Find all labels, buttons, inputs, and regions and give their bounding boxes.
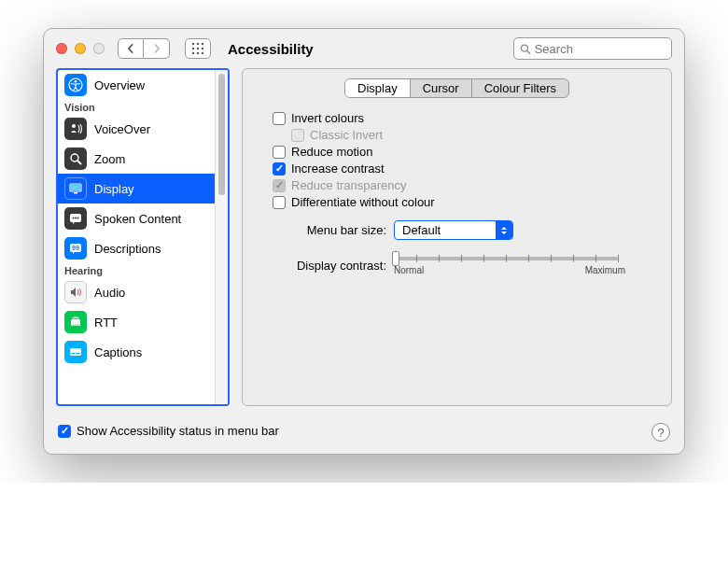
menu-bar-size-select[interactable]: Default [394, 220, 513, 240]
display-contrast-slider[interactable] [394, 257, 618, 260]
voiceover-icon [64, 118, 87, 140]
sidebar-item-rtt[interactable]: RTT [58, 307, 215, 337]
sidebar-item-label: Descriptions [94, 242, 161, 256]
show-status-checkbox[interactable] [58, 425, 71, 438]
svg-rect-29 [70, 348, 81, 356]
sidebar-item-spoken-content[interactable]: Spoken Content [58, 204, 215, 233]
svg-point-1 [197, 43, 199, 45]
contrast-min-label: Normal [394, 265, 424, 275]
minimize-icon[interactable] [75, 43, 86, 54]
differentiate-colour-checkbox[interactable] [273, 196, 286, 209]
svg-line-15 [77, 161, 81, 164]
spoken-content-icon [64, 207, 87, 230]
svg-point-2 [202, 43, 203, 45]
preferences-window: Accessibility Overview Vision Vo [43, 28, 685, 455]
sidebar-item-audio[interactable]: Audio [58, 277, 215, 307]
search-field[interactable] [513, 37, 672, 60]
invert-colours-checkbox[interactable] [273, 112, 286, 125]
svg-point-5 [202, 48, 203, 49]
svg-rect-17 [71, 185, 80, 190]
footer: Show Accessibility status in menu bar ? [44, 415, 684, 454]
svg-point-27 [75, 324, 76, 325]
svg-text:99: 99 [72, 245, 79, 251]
rtt-icon [64, 311, 87, 333]
sidebar-item-label: Audio [94, 286, 125, 300]
sidebar-scrollbar[interactable] [215, 70, 228, 404]
svg-point-20 [73, 218, 75, 219]
svg-point-13 [72, 124, 76, 128]
svg-point-8 [202, 52, 203, 54]
sidebar-item-descriptions[interactable]: 99 Descriptions [58, 233, 215, 263]
svg-point-12 [75, 80, 77, 83]
traffic-lights [56, 43, 105, 54]
chevron-updown-icon [496, 221, 512, 239]
sidebar-category-hearing: Hearing [58, 263, 215, 277]
reduce-motion-checkbox[interactable] [273, 146, 286, 159]
sidebar-item-overview[interactable]: Overview [58, 70, 215, 100]
svg-point-0 [192, 43, 194, 45]
captions-icon [64, 341, 87, 363]
classic-invert-label: Classic Invert [310, 128, 383, 142]
reduce-transparency-checkbox [273, 179, 286, 192]
differentiate-colour-label: Differentiate without colour [291, 195, 435, 209]
search-icon [520, 43, 531, 55]
svg-point-28 [77, 324, 78, 325]
maximize-icon [93, 43, 105, 54]
reduce-transparency-label: Reduce transparency [291, 178, 407, 192]
tab-cursor[interactable]: Cursor [411, 79, 472, 97]
svg-point-21 [75, 218, 77, 219]
settings-panel: Display Cursor Colour Filters Invert col… [242, 68, 672, 406]
sidebar-item-label: Spoken Content [94, 212, 181, 226]
audio-icon [64, 281, 87, 303]
sidebar: Overview Vision VoiceOver Zoom [56, 68, 230, 406]
contrast-max-label: Maximum [585, 265, 625, 275]
back-button[interactable] [118, 38, 144, 59]
invert-colours-label: Invert colours [291, 111, 364, 125]
tab-colour-filters[interactable]: Colour Filters [472, 79, 568, 97]
sidebar-item-label: VoiceOver [94, 122, 150, 136]
nav-buttons [118, 38, 170, 59]
svg-point-4 [197, 48, 199, 49]
svg-point-26 [73, 324, 74, 325]
svg-rect-30 [72, 353, 76, 354]
close-icon[interactable] [56, 43, 67, 54]
reduce-motion-label: Reduce motion [291, 145, 372, 159]
increase-contrast-label: Increase contrast [291, 162, 385, 176]
panel-tabs: Display Cursor Colour Filters [256, 78, 658, 98]
svg-point-3 [192, 48, 194, 49]
search-input[interactable] [535, 42, 665, 56]
sidebar-category-vision: Vision [58, 100, 215, 114]
display-icon [64, 177, 87, 200]
zoom-icon [64, 148, 87, 170]
accessibility-icon [64, 74, 87, 96]
sidebar-item-display[interactable]: Display [58, 174, 215, 204]
sidebar-item-label: Overview [94, 78, 145, 92]
menu-bar-size-value: Default [402, 223, 441, 237]
svg-point-22 [77, 218, 79, 219]
svg-point-6 [192, 52, 194, 54]
sidebar-item-label: Display [94, 182, 134, 196]
menu-bar-size-label: Menu bar size: [273, 223, 386, 237]
sidebar-item-label: RTT [94, 316, 118, 330]
sidebar-item-voiceover[interactable]: VoiceOver [58, 114, 215, 144]
display-contrast-label: Display contrast: [273, 259, 386, 273]
sidebar-item-captions[interactable]: Captions [58, 337, 215, 367]
show-all-button[interactable] [185, 38, 211, 59]
sidebar-item-zoom[interactable]: Zoom [58, 144, 215, 174]
sidebar-item-label: Zoom [94, 152, 125, 166]
increase-contrast-checkbox[interactable] [273, 162, 286, 176]
sidebar-item-label: Captions [94, 345, 142, 359]
show-status-label: Show Accessibility status in menu bar [77, 424, 279, 438]
page-title: Accessibility [228, 41, 314, 57]
classic-invert-checkbox [291, 129, 304, 142]
scrollbar-thumb[interactable] [218, 74, 225, 195]
titlebar: Accessibility [44, 29, 684, 68]
forward-button[interactable] [144, 38, 170, 59]
slider-knob[interactable] [392, 251, 399, 266]
svg-point-7 [197, 52, 199, 54]
help-button[interactable]: ? [651, 423, 670, 442]
descriptions-icon: 99 [64, 237, 87, 260]
svg-rect-31 [77, 353, 80, 354]
svg-rect-18 [74, 192, 77, 194]
tab-display[interactable]: Display [345, 79, 411, 97]
